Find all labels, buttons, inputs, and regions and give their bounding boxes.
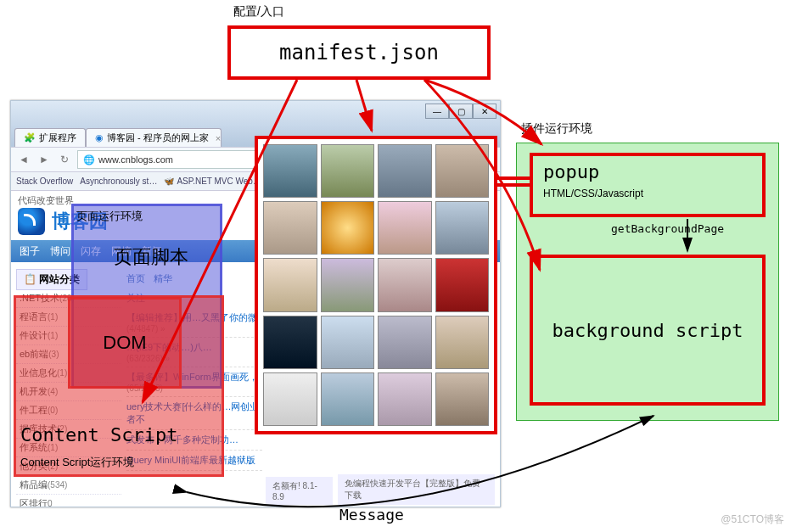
nav-item[interactable]: 博问 <box>50 244 70 259</box>
cnblogs-logo-icon[interactable] <box>18 208 45 235</box>
globe-icon: 🌐 <box>83 154 95 165</box>
thumbnail[interactable] <box>321 258 375 311</box>
thumbnail[interactable] <box>435 316 490 369</box>
content-script-title: Content Script <box>20 424 177 445</box>
thumbnail[interactable] <box>435 258 490 311</box>
bookmark-item[interactable]: 🦋ASP.NET MVC Web… <box>164 176 261 186</box>
thumbnail[interactable] <box>435 144 490 198</box>
extension-popup <box>255 136 497 434</box>
thumbnail[interactable] <box>321 316 375 369</box>
bookmark-item[interactable]: Asynchronously st… <box>80 176 157 186</box>
titlebar: — ▢ ✕ <box>11 101 500 125</box>
thumbnail[interactable] <box>263 258 317 311</box>
popup-subtitle: HTML/CSS/Javascript <box>543 188 752 199</box>
thumbnail[interactable] <box>378 372 432 426</box>
back-icon[interactable]: ◄ <box>16 152 31 167</box>
background-script-box: background script <box>530 255 766 406</box>
thumbnail[interactable] <box>263 372 317 426</box>
tab-extensions[interactable]: 🧩扩展程序 <box>14 128 86 147</box>
site-icon: ◉ <box>95 132 104 143</box>
content-script-subtitle: Content Script运行环境 <box>20 455 134 470</box>
thumbnail[interactable] <box>263 201 317 255</box>
runtime-label: 插件运行环境 <box>521 121 592 137</box>
thumbnail[interactable] <box>321 144 375 198</box>
page-script-label: 页面脚本 <box>114 244 188 270</box>
dom-overlay: DOM <box>68 297 182 389</box>
thumbnail[interactable] <box>321 372 375 426</box>
manifest-box: manifest.json <box>227 25 491 80</box>
nav-item[interactable]: 图子 <box>20 244 40 259</box>
minimize-icon[interactable]: — <box>425 104 449 119</box>
thumbnail[interactable] <box>435 372 490 426</box>
ad-box[interactable]: 名额有! 8.1-8.9 <box>266 477 333 505</box>
tab-cnblogs[interactable]: ◉博客园 - 程序员的网上家× <box>86 128 222 147</box>
window-controls: — ▢ ✕ <box>425 104 496 119</box>
thumbnail[interactable] <box>378 144 432 198</box>
ad-box[interactable]: 免编程快速开发平台【完整版】免费下载 <box>338 474 495 505</box>
tab-close-icon[interactable]: × <box>216 133 221 143</box>
thumbnail[interactable] <box>378 201 432 255</box>
thumbnail[interactable] <box>378 258 432 311</box>
thumbnail[interactable] <box>321 201 375 255</box>
bottom-ads: 名额有! 8.1-8.9 免编程快速开发平台【完整版】免费下载 <box>266 474 495 505</box>
list-item[interactable]: 区排行0 <box>16 495 121 507</box>
thumbnail[interactable] <box>435 201 490 255</box>
close-icon[interactable]: ✕ <box>473 104 496 119</box>
popup-component-box: popup HTML/CSS/Javascript <box>530 153 766 217</box>
getbackgroundpage-label: getBackgroundPage <box>611 222 724 235</box>
message-label: Message <box>339 506 404 524</box>
puzzle-icon: 🧩 <box>24 132 36 143</box>
reload-icon[interactable]: ↻ <box>57 152 72 167</box>
forward-icon[interactable]: ► <box>36 152 52 167</box>
bookmark-item[interactable]: Stack Overflow <box>16 176 73 186</box>
maximize-icon[interactable]: ▢ <box>449 104 473 119</box>
thumbnail[interactable] <box>263 316 317 369</box>
popup-title: popup <box>543 161 752 182</box>
thumbnail[interactable] <box>378 316 432 369</box>
watermark: @51CTO博客 <box>721 512 784 527</box>
list-item[interactable]: 精品编(534) <box>16 476 121 495</box>
slogan: 代码改变世界 <box>18 194 74 207</box>
manifest-label: 配置/入口 <box>233 4 284 20</box>
page-env-label: 页面运行环境 <box>76 209 143 224</box>
thumbnail[interactable] <box>263 144 317 198</box>
